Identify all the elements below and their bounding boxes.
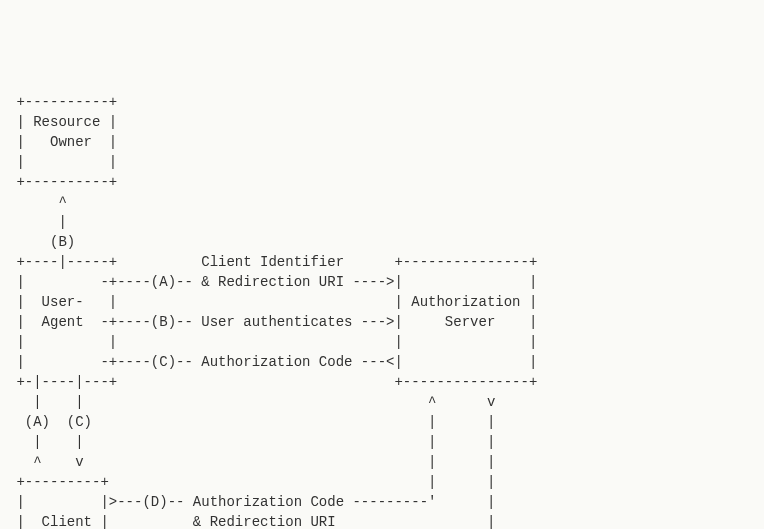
oauth-ascii-diagram: +----------+ | Resource | | Owner | | | … — [0, 80, 764, 529]
